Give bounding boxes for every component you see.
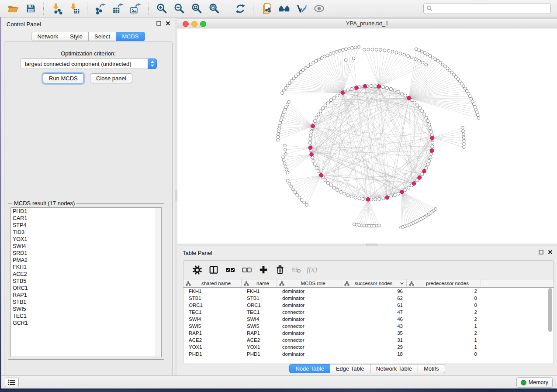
mcds-node[interactable]	[430, 136, 434, 140]
select-all-columns-button[interactable]	[222, 262, 239, 277]
graph-leaf-node[interactable]	[367, 48, 370, 51]
graph-leaf-node[interactable]	[296, 193, 299, 196]
table-cell[interactable]: 18	[342, 351, 407, 358]
mcds-result-item[interactable]: STB1	[11, 299, 161, 306]
mcds-result-item[interactable]: STP4	[11, 222, 161, 229]
graph-leaf-node[interactable]	[284, 165, 287, 168]
table-cell[interactable]: 43	[342, 323, 407, 330]
table-cell[interactable]: 1	[407, 323, 481, 330]
graph-leaf-node[interactable]	[277, 138, 280, 141]
table-cell[interactable]: 2	[407, 309, 481, 316]
graph-node[interactable]	[389, 195, 392, 198]
close-panel-icon[interactable]	[548, 250, 553, 254]
graph-leaf-node[interactable]	[348, 47, 351, 50]
fit-content-button[interactable]	[189, 2, 204, 16]
table-cell[interactable]: YOX1	[242, 344, 277, 351]
graph-leaf-node[interactable]	[434, 207, 437, 210]
graph-node[interactable]	[397, 192, 400, 195]
table-cell[interactable]: 0	[407, 302, 481, 309]
table-cell[interactable]: 61	[342, 302, 407, 309]
graph-leaf-node[interactable]	[423, 52, 426, 55]
graph-leaf-node[interactable]	[418, 49, 421, 52]
graph-node[interactable]	[326, 101, 329, 104]
graph-leaf-node[interactable]	[461, 126, 464, 129]
table-cell[interactable]: dominator	[277, 288, 342, 295]
table-cell[interactable]: connector	[277, 337, 342, 344]
table-cell[interactable]: connector	[277, 344, 342, 351]
graph-node[interactable]	[350, 195, 353, 198]
table-cell[interactable]: SWI5	[183, 323, 242, 330]
table-cell[interactable]: STB1	[242, 295, 277, 302]
graph-node[interactable]	[430, 130, 433, 133]
graph-leaf-node[interactable]	[410, 56, 413, 59]
export-table-button[interactable]	[110, 2, 126, 16]
graph-leaf-node[interactable]	[352, 57, 355, 60]
graph-node[interactable]	[317, 169, 320, 172]
graph-node[interactable]	[425, 116, 428, 119]
show-columns-button[interactable]	[205, 262, 222, 277]
table-cell[interactable]: ACE2	[242, 337, 277, 344]
table-cell[interactable]: TEC1	[183, 309, 242, 316]
graph-leaf-node[interactable]	[338, 49, 341, 52]
tab-select[interactable]: Select	[89, 32, 116, 41]
deselect-all-columns-button[interactable]	[239, 262, 255, 277]
mcds-result-item[interactable]: SWI5	[11, 306, 161, 313]
new-network-button[interactable]	[259, 2, 274, 16]
mcds-result-item[interactable]: TID3	[11, 229, 161, 236]
graph-leaf-node[interactable]	[303, 201, 306, 204]
network-canvas[interactable]	[177, 28, 557, 244]
graph-leaf-node[interactable]	[462, 130, 465, 133]
graph-leaf-node[interactable]	[418, 59, 421, 62]
table-cell[interactable]: 0	[407, 351, 481, 358]
graph-node[interactable]	[362, 197, 365, 200]
save-session-button[interactable]	[23, 2, 38, 16]
graph-node[interactable]	[324, 104, 327, 107]
graph-leaf-node[interactable]	[323, 55, 326, 58]
graph-node[interactable]	[374, 85, 377, 88]
graph-leaf-node[interactable]	[309, 63, 312, 66]
table-cell[interactable]: connector	[277, 309, 342, 316]
graph-node[interactable]	[393, 89, 396, 92]
graph-leaf-node[interactable]	[407, 55, 410, 58]
tab-mcds[interactable]: MCDS	[116, 32, 145, 41]
open-session-button[interactable]	[5, 2, 21, 16]
graph-leaf-node[interactable]	[375, 48, 378, 51]
graph-node[interactable]	[313, 120, 316, 123]
zoom-selected-button[interactable]	[206, 2, 222, 16]
mcds-node[interactable]	[341, 91, 345, 95]
table-row[interactable]: FKH1FKH1dominator962	[183, 288, 554, 295]
graph-node[interactable]	[326, 181, 329, 184]
graph-leaf-node[interactable]	[284, 152, 287, 155]
graph-node[interactable]	[313, 163, 316, 166]
column-header-name[interactable]: name	[242, 279, 277, 287]
graph-leaf-node[interactable]	[286, 171, 289, 174]
table-cell[interactable]: 96	[342, 288, 407, 295]
graph-leaf-node[interactable]	[351, 46, 354, 49]
mcds-result-item[interactable]: RAP1	[11, 292, 161, 299]
table-cell[interactable]: ORC1	[183, 302, 242, 309]
table-row[interactable]: TEC1TEC1connector472	[183, 309, 554, 316]
table-row[interactable]: ACE2ACE2connector311	[183, 337, 554, 344]
table-cell[interactable]: 2	[407, 330, 481, 337]
graph-node[interactable]	[315, 166, 318, 169]
mcds-result-item[interactable]: GCR1	[11, 320, 161, 327]
table-cell[interactable]: dominator	[277, 302, 342, 309]
graph-node[interactable]	[319, 110, 322, 113]
graph-node[interactable]	[419, 107, 422, 110]
graph-node[interactable]	[339, 190, 342, 193]
graph-node[interactable]	[386, 86, 389, 89]
network-graph[interactable]	[177, 28, 557, 244]
graph-leaf-node[interactable]	[462, 133, 465, 136]
table-cell[interactable]: 47	[342, 309, 407, 316]
mcds-result-item[interactable]: SWI4	[11, 243, 161, 250]
table-cell[interactable]: dominator	[277, 330, 342, 337]
graph-leaf-node[interactable]	[284, 148, 287, 151]
mcds-result-list[interactable]: PHD1CAR1STP4TID3YOX1SWI4SRD1PMA2FKH1ACE2…	[10, 207, 162, 357]
show-hide-button[interactable]	[311, 2, 327, 16]
mcds-result-item[interactable]: PHD1	[11, 208, 161, 215]
graph-node[interactable]	[429, 127, 432, 130]
graph-node[interactable]	[430, 152, 433, 155]
graph-leaf-node[interactable]	[414, 58, 417, 61]
table-cell[interactable]: 2	[407, 316, 481, 323]
graph-node[interactable]	[428, 123, 431, 126]
